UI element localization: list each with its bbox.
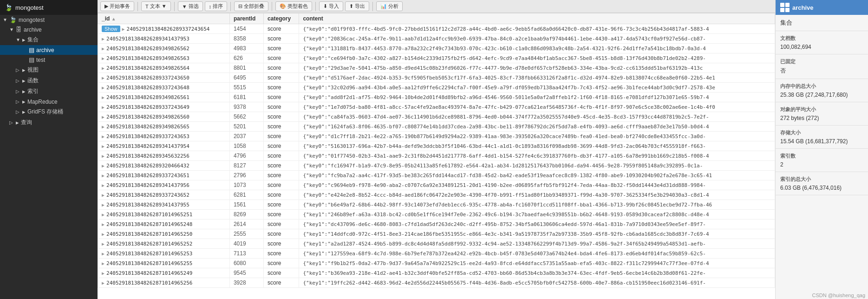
id-value: 240529181384826289337243652	[106, 192, 189, 198]
sidebar-item-mongotest[interactable]: ▼🍃mongotest	[0, 15, 98, 25]
table-row[interactable]: ▶240529181384826287101​49652537113score{…	[98, 249, 775, 259]
table-row[interactable]: ▶2405291813848262893414379538358score{"k…	[98, 34, 775, 44]
table-row[interactable]: ▶240529181384826287101​49652502555score{…	[98, 229, 775, 239]
col-header-parentid[interactable]: parentId	[229, 13, 263, 24]
cell-content: {"key0":"d1c7ff18-2b21-4e22-a765-190b877…	[299, 132, 775, 141]
table-row[interactable]: ▶2405291813848262893414379561073score{"k…	[98, 180, 775, 190]
import-label: 导入	[329, 3, 339, 10]
table-row[interactable]: ▶2405291813848262893414379551561score{"k…	[98, 200, 775, 210]
table-row[interactable]: ▶2405291813848262893498265655201score{"k…	[98, 122, 775, 132]
text-icon: T	[145, 4, 149, 9]
cell-content: {"key1":"127559ea-68f9-4c7d-988e-6b79efe…	[299, 249, 775, 259]
sidebar-item-mapreduce[interactable]: ▷▸MapReduce	[0, 97, 98, 106]
highlight-button[interactable]: 🎨 类型着色	[275, 1, 312, 11]
table-row[interactable]: ▶2405291813848262893456322564796score{"k…	[98, 151, 775, 161]
data-table-area[interactable]: _id ▲ parentId category content Show▶240…	[98, 13, 775, 299]
cell-content: {"key1":"b369ea93-218e-41d2-ae41-b32c3dd…	[299, 268, 775, 278]
table-row[interactable]: ▶2405291813848262893204664328127score{"k…	[98, 161, 775, 171]
row-expand-arrow: ▶	[102, 251, 104, 256]
table-row[interactable]: ▶240529181384826287101​49652499545score{…	[98, 268, 775, 278]
right-panel-title: archive	[792, 4, 814, 11]
analyze-label: 分析	[388, 3, 398, 10]
table-row[interactable]: ▶2405291813848262893498265616181score{"k…	[98, 93, 775, 102]
table-row[interactable]: ▶2405291813848262893372436485515score{"k…	[98, 83, 775, 93]
cell-parentid: 7113	[229, 249, 263, 259]
cell-parentid: 1561	[229, 200, 263, 210]
table-row[interactable]: ▶2405291813848262893372436512796score{"k…	[98, 171, 775, 180]
toolbar-separator-1	[137, 2, 138, 11]
sidebar-item-views[interactable]: ▷▸视图	[0, 65, 98, 75]
table-row[interactable]: ▶2405291813848262893372436532037score{"k…	[98, 132, 775, 141]
footer: CSDN @huisheng_qag	[809, 292, 868, 299]
row-expand-arrow: ▶	[102, 280, 104, 286]
table-row[interactable]: ▶2405291813848262893498265605662score{"k…	[98, 112, 775, 122]
highlight-icon: 🎨	[280, 3, 286, 9]
id-value: 240529181384826289341437953	[106, 36, 189, 42]
cell-parentid: 8127	[229, 161, 263, 171]
tree-icon-gridfs: ▸	[22, 108, 26, 115]
connection-label: mongotest	[15, 4, 44, 11]
show-button[interactable]: Show	[102, 26, 120, 32]
cell-id: Show▶240529181384826289337243654	[98, 24, 230, 34]
cell-parentid: 626	[229, 53, 263, 63]
table-row[interactable]: ▶240529181384826289349826563626score{"ke…	[98, 53, 775, 63]
sidebar-connection[interactable]: 🍃 mongotest	[0, 0, 98, 15]
cell-id: ▶240529181384826287101​4965252	[98, 239, 230, 249]
sidebar-item-query[interactable]: ▷▸查询	[0, 117, 98, 128]
sidebar-item-test-col[interactable]: ▤test	[0, 55, 98, 65]
table-row[interactable]: ▶240529181384826287101​49652563928score{…	[98, 278, 775, 288]
col-header-id[interactable]: _id ▲	[98, 13, 230, 24]
export-button[interactable]: ⬆ 导出	[345, 1, 369, 11]
cell-content: {"key0":"131881fb-8437-4453-8770-a78a232…	[299, 44, 775, 53]
toolbar-separator-3	[230, 2, 231, 11]
sidebar-item-archive-db[interactable]: ▼🗄archive	[0, 25, 98, 34]
cell-category: score	[264, 53, 299, 63]
table-row[interactable]: Show▶2405291813848262893372436541454scor…	[98, 24, 775, 34]
collapse-all-button[interactable]: ⊟ 全部折叠	[234, 1, 268, 11]
id-value: 240529181384826289341437954	[106, 143, 189, 149]
import-button[interactable]: ⬇ 导入	[319, 1, 343, 11]
sort-button[interactable]: ↕ 排序	[205, 1, 228, 11]
cell-content: {"key1":"14ddfcd0-972c-4f51-8ee3-214cae1…	[299, 229, 775, 239]
filter-button[interactable]: ▼ 筛选	[178, 1, 203, 11]
cell-category: score	[264, 180, 299, 190]
new-task-button[interactable]: ▶ 开始事务	[100, 1, 134, 11]
arrow-indexes: ▷	[16, 89, 22, 94]
table-row[interactable]: ▶240529181384826287101​49652518269score{…	[98, 210, 775, 219]
table-row[interactable]: ▶240529181384826287101​49652524019score{…	[98, 239, 775, 249]
table-row[interactable]: ▶240529181384826287101​49652482614score{…	[98, 219, 775, 229]
toolbar-separator-4	[272, 2, 272, 11]
table-row[interactable]: ▶2405291813848262893372436526281score{"k…	[98, 190, 775, 200]
right-collection-name-section: 集合	[776, 15, 868, 31]
collapse-label: 全部折叠	[244, 3, 264, 10]
cell-category: score	[264, 161, 299, 171]
table-row[interactable]: ▶2405291813848262893498265624983score{"k…	[98, 44, 775, 53]
sidebar-item-collections[interactable]: ▼▸集合	[0, 34, 98, 45]
stat-value: 6.03 GB (6,476,374,016)	[780, 185, 863, 191]
col-header-content[interactable]: content	[299, 13, 775, 24]
cell-parentid: 2037	[229, 132, 263, 141]
col-header-category[interactable]: category	[264, 13, 299, 24]
row-expand-arrow: ▶	[102, 261, 104, 266]
cell-category: score	[264, 259, 299, 268]
sidebar-item-gridfs[interactable]: ▷▸GridFS 存储桶	[0, 106, 98, 117]
table-row[interactable]: ▶2405291813848262893372436506495score{"k…	[98, 73, 775, 83]
cell-id: ▶240529181384826287101​4965249	[98, 268, 230, 278]
cell-category: score	[264, 63, 299, 73]
table-row[interactable]: ▶240529181384826287101​49652556080score{…	[98, 259, 775, 268]
new-task-icon: ▶	[104, 3, 108, 9]
cell-category: score	[264, 249, 299, 259]
table-row[interactable]: ▶2405291813848262893498265648801score{"k…	[98, 63, 775, 73]
tree-icon-functions: ▸	[22, 77, 26, 84]
sidebar-item-functions[interactable]: ▷▸函数	[0, 75, 98, 86]
cell-id: ▶240529181384826289337243653	[98, 132, 230, 141]
export-icon: ⬆	[349, 3, 353, 9]
text-button[interactable]: T 文本 ▼	[141, 1, 171, 11]
sidebar-item-indexes[interactable]: ▷▸索引	[0, 86, 98, 97]
sidebar-item-archive-col[interactable]: ▤archive	[0, 45, 98, 55]
analyze-button[interactable]: 📊 分析	[376, 1, 403, 11]
data-table: _id ▲ parentId category content Show▶240…	[98, 13, 775, 288]
table-row[interactable]: ▶2405291813848262893414379541058score{"k…	[98, 141, 775, 151]
table-row[interactable]: ▶2405291813848262893372436499378score{"k…	[98, 102, 775, 112]
new-task-label: 开始事务	[110, 3, 130, 10]
